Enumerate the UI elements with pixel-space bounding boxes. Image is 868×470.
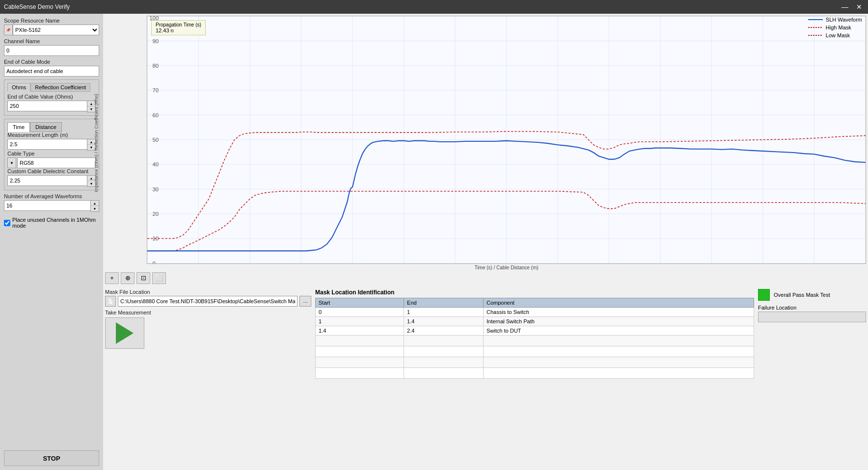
failure-location-label: Failure Location xyxy=(758,305,866,311)
snapshot-btn[interactable]: ⬜ xyxy=(152,272,166,284)
cell-component: Chassis to Switch xyxy=(484,307,754,316)
legend-high: High Mask xyxy=(808,25,862,30)
mask-controls: Mask File Location 📄 … Take Measurement xyxy=(105,289,311,397)
cable-type-arrow[interactable]: ▼ xyxy=(7,157,16,168)
table-row: 1 1.4 Internal Switch Path xyxy=(316,316,754,326)
propagation-box: Propagation Time (s) 12.43 n xyxy=(151,20,206,35)
unused-channels-label: Place unused Channels in 1MOhm mode xyxy=(12,217,99,229)
svg-text:30: 30 xyxy=(152,186,159,192)
averaged-waveforms-down[interactable]: ▼ xyxy=(91,206,99,211)
overall-pass-label: Overall Pass Mask Test xyxy=(774,292,830,298)
low-mask-icon xyxy=(808,33,823,38)
table-row xyxy=(316,346,754,357)
propagation-label: Propagation Time (s) xyxy=(156,22,201,27)
legend-low-label: Low Mask xyxy=(826,32,850,38)
mask-file-section: Mask File Location 📄 … xyxy=(105,289,311,307)
take-measurement-button[interactable] xyxy=(105,317,144,349)
scope-resource-wrapper: 📌 PXIe-5162 xyxy=(4,25,99,35)
svg-text:80: 80 xyxy=(152,63,159,69)
channel-input[interactable] xyxy=(4,45,99,56)
end-of-cable-label: End of Cable Mode xyxy=(4,59,99,65)
take-measurement-label: Take Measurement xyxy=(105,310,311,315)
failure-location-section: Failure Location xyxy=(758,305,866,322)
cell-component xyxy=(484,357,754,367)
app-title: CableSense Demo Verify xyxy=(4,3,70,10)
browse-button[interactable]: … xyxy=(299,296,311,307)
mask-table-area: Mask Location Identification Start End C… xyxy=(315,289,754,397)
stop-button[interactable]: STOP xyxy=(4,450,99,466)
main-content: Scope Resource Name 📌 PXIe-5162 Channel … xyxy=(0,14,868,470)
cell-end: 1.4 xyxy=(404,316,484,326)
mask-table-body: 0 1 Chassis to Switch 1 1.4 Internal Swi… xyxy=(316,307,754,378)
cell-component: Switch to DUT xyxy=(484,326,754,335)
legend-slh: SLH Waveform xyxy=(808,17,862,23)
measurement-length-label: Measurement Length (m) xyxy=(7,132,96,138)
take-measurement-section: Take Measurement xyxy=(105,310,311,349)
checkbox-row: Place unused Channels in 1MOhm mode xyxy=(4,217,99,229)
svg-text:0: 0 xyxy=(152,261,155,263)
slh-line-icon xyxy=(808,17,823,22)
tab-distance[interactable]: Distance xyxy=(30,122,62,132)
averaged-waveforms-label: Number of Averaged Waveforms xyxy=(4,193,99,199)
tab-ohms[interactable]: Ohms xyxy=(7,83,30,92)
unused-channels-checkbox[interactable] xyxy=(4,220,10,226)
end-of-cable-section: End of Cable Mode xyxy=(4,59,99,77)
impedance-tabs: Ohms Reflection Coefficient xyxy=(7,83,96,92)
legend-area: SLH Waveform High Mask Low Mask xyxy=(808,17,862,38)
cell-start: 0 xyxy=(316,307,404,316)
end-of-cable-value-input[interactable] xyxy=(7,101,87,111)
scope-resource-select[interactable]: PXIe-5162 xyxy=(13,25,99,35)
tab-reflection[interactable]: Reflection Coefficient xyxy=(30,83,90,92)
chart-toolbar: + ⊕ ⊡ ⬜ xyxy=(105,272,866,284)
mask-file-label: Mask File Location xyxy=(105,289,311,295)
svg-text:60: 60 xyxy=(152,112,159,118)
main-chart[interactable]: Propagation Time (s) 12.43 n xyxy=(147,16,866,264)
y-axis-label: Impedance (Ohm) / Reflection Coefficient… xyxy=(93,94,98,192)
measurement-length-input[interactable] xyxy=(7,139,87,150)
legend-slh-label: SLH Waveform xyxy=(826,17,862,23)
legend-low: Low Mask xyxy=(808,32,862,38)
zoom-out-btn[interactable]: ⊡ xyxy=(136,272,150,284)
channel-label: Channel Name xyxy=(4,38,99,44)
averaged-waveforms-spin: ▲ ▼ xyxy=(4,200,99,212)
cell-start xyxy=(316,357,404,367)
pass-green-box xyxy=(758,289,770,301)
chart-col: Propagation Time (s) 12.43 n xyxy=(147,16,866,270)
cell-start xyxy=(316,367,404,378)
col-component: Component xyxy=(484,298,754,307)
cell-start xyxy=(316,346,404,357)
cell-component xyxy=(484,335,754,346)
cell-start: 1.4 xyxy=(316,326,404,335)
table-row: 1.4 2.4 Switch to DUT xyxy=(316,326,754,335)
arrow-right-icon xyxy=(116,322,134,344)
minimize-button[interactable]: — xyxy=(840,3,850,11)
cell-end xyxy=(404,346,484,357)
zoom-in-btn[interactable]: + xyxy=(105,272,119,284)
cell-end xyxy=(404,357,484,367)
time-distance-tabs: Time Distance xyxy=(7,122,96,132)
dielectric-input[interactable] xyxy=(7,175,87,186)
chart-svg: 0 10 20 30 40 50 60 70 80 90 100 xyxy=(147,16,866,263)
pass-indicator: Overall Pass Mask Test xyxy=(758,289,866,301)
col-end: End xyxy=(404,298,484,307)
svg-text:90: 90 xyxy=(152,38,159,44)
zoom-fit-btn[interactable]: ⊕ xyxy=(121,272,135,284)
failure-location-input[interactable] xyxy=(758,312,866,322)
bottom-area: Mask File Location 📄 … Take Measurement xyxy=(105,289,866,397)
chart-wrapper: Impedance (Ohm) / Reflection Coefficient… xyxy=(105,16,866,270)
close-button[interactable]: ✕ xyxy=(854,3,864,11)
cell-end xyxy=(404,335,484,346)
propagation-value: 12.43 n xyxy=(156,27,201,33)
scope-resource-label: Scope Resource Name xyxy=(4,18,99,24)
mask-table-header: Start End Component xyxy=(316,298,754,307)
measurement-length-spin: ▲ ▼ xyxy=(7,139,96,151)
averaged-waveforms-up[interactable]: ▲ xyxy=(91,201,99,206)
end-of-cable-mode-input[interactable] xyxy=(4,66,99,77)
cable-type-input[interactable] xyxy=(17,157,96,168)
scope-pin-btn[interactable]: 📌 xyxy=(4,25,13,35)
mask-file-input[interactable] xyxy=(118,296,298,307)
averaged-waveforms-input[interactable] xyxy=(4,200,90,211)
tab-time[interactable]: Time xyxy=(7,122,30,132)
dielectric-spin: ▲ ▼ xyxy=(7,175,96,187)
table-row xyxy=(316,335,754,346)
